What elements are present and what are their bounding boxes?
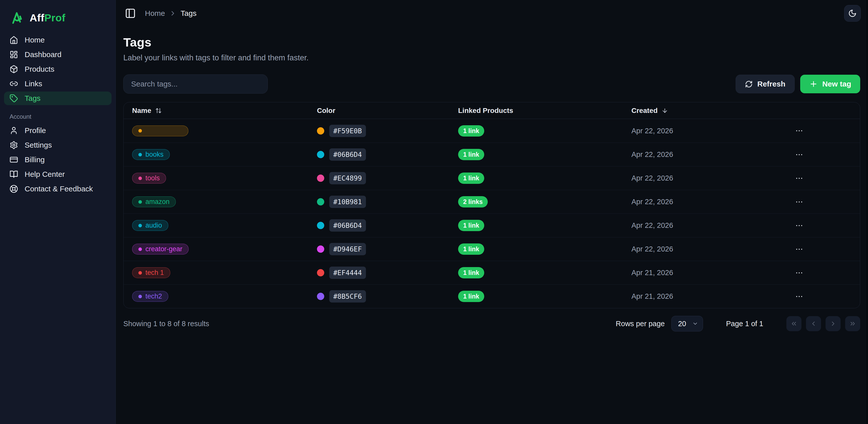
pagination-controls: Rows per page 20 Page 1 of 1: [616, 316, 860, 332]
tag-name: tech2: [146, 292, 162, 300]
search-input[interactable]: [123, 75, 268, 93]
chevron-left-icon: [810, 320, 817, 327]
arrow-up-down-icon: [155, 107, 162, 114]
linked-products-badge: 1 link: [458, 149, 484, 160]
row-menu-button[interactable]: [792, 171, 806, 185]
row-menu-button[interactable]: [792, 219, 806, 233]
column-header-created: Created: [631, 107, 792, 115]
row-actions-cell: [792, 171, 852, 185]
sidebar-item-label: Links: [25, 80, 42, 88]
tag-pill[interactable]: creator-gear: [132, 244, 189, 254]
tag-name-cell: tech 1: [132, 267, 317, 278]
sidebar-account-nav: ProfileSettingsBillingHelp CenterContact…: [0, 123, 116, 196]
life-buoy-icon: [9, 185, 18, 193]
linked-products-cell: 1 link: [458, 291, 631, 302]
color-swatch: [317, 198, 324, 205]
tag-color-cell: #D946EF: [317, 243, 458, 255]
color-swatch: [317, 246, 324, 253]
sidebar-item-settings[interactable]: Settings: [4, 138, 112, 152]
tag-color-cell: #F59E0B: [317, 125, 458, 137]
created-date: Apr 21, 2026: [631, 268, 792, 277]
row-actions-cell: [792, 266, 852, 280]
main-area: Home Tags Tags Label your links with tag…: [116, 0, 868, 424]
color-hex-code: #EC4899: [329, 172, 366, 184]
row-menu-button[interactable]: [792, 266, 806, 280]
sidebar-item-contact-feedback[interactable]: Contact & Feedback: [4, 182, 112, 196]
page-content: Tags Label your links with tags to filte…: [116, 35, 868, 332]
table-row: #F59E0B1 linkApr 22, 2026: [124, 119, 860, 143]
sidebar-item-products[interactable]: Products: [4, 62, 112, 76]
sidebar-item-billing[interactable]: Billing: [4, 153, 112, 167]
tag-color-dot: [138, 224, 142, 227]
tag-pill[interactable]: audio: [132, 220, 168, 231]
sidebar-toggle-button[interactable]: [125, 8, 136, 19]
page-subtitle: Label your links with tags to filter and…: [123, 53, 860, 62]
tag-pill[interactable]: [132, 125, 188, 136]
next-page-button[interactable]: [826, 316, 841, 331]
column-header-created-label: Created: [631, 107, 657, 115]
tag-name: amazon: [146, 198, 169, 206]
sidebar-item-tags[interactable]: Tags: [4, 91, 112, 105]
refresh-button[interactable]: Refresh: [736, 75, 795, 93]
brand-logo[interactable]: AffProf: [0, 8, 116, 33]
created-date: Apr 22, 2026: [631, 198, 792, 206]
row-menu-button[interactable]: [792, 195, 806, 209]
row-menu-button[interactable]: [792, 242, 806, 256]
chevrons-left-icon: [790, 320, 798, 327]
row-menu-button[interactable]: [792, 124, 806, 138]
tag-pill[interactable]: books: [132, 149, 170, 160]
tag-name-cell: tools: [132, 173, 317, 183]
user-icon: [9, 126, 18, 135]
sidebar-item-help-center[interactable]: Help Center: [4, 168, 112, 181]
tag-name-cell: creator-gear: [132, 244, 317, 254]
row-menu-button[interactable]: [792, 289, 806, 304]
row-actions-cell: [792, 289, 852, 304]
sidebar-item-label: Billing: [25, 156, 45, 164]
last-page-button[interactable]: [845, 316, 860, 331]
tag-pill[interactable]: tech 1: [132, 267, 170, 278]
new-tag-button[interactable]: New tag: [800, 75, 860, 93]
scrollbar[interactable]: [866, 0, 868, 424]
sidebar-item-links[interactable]: Links: [4, 77, 112, 90]
linked-products-badge: 1 link: [458, 172, 484, 184]
color-hex-code: #10B981: [329, 196, 366, 208]
tag-pill[interactable]: amazon: [132, 196, 176, 207]
tag-pill[interactable]: tech2: [132, 291, 168, 302]
sidebar-item-profile[interactable]: Profile: [4, 124, 112, 137]
sidebar-item-home[interactable]: Home: [4, 33, 112, 47]
page-indicator: Page 1 of 1: [726, 320, 763, 328]
tag-name-cell: tech2: [132, 291, 317, 302]
row-actions-cell: [792, 242, 852, 256]
table-row: tech2#8B5CF61 linkApr 21, 2026: [124, 284, 860, 308]
sort-by-name-button[interactable]: Name: [132, 107, 162, 115]
rows-per-page-select[interactable]: 20: [671, 316, 703, 332]
linked-products-cell: 1 link: [458, 172, 631, 184]
linked-products-cell: 1 link: [458, 244, 631, 255]
tag-pill[interactable]: tools: [132, 173, 166, 183]
ellipsis-icon: [795, 268, 803, 277]
tag-name: creator-gear: [146, 245, 182, 253]
package-icon: [9, 65, 18, 74]
linked-products-cell: 1 link: [458, 125, 631, 137]
table-row: creator-gear#D946EF1 linkApr 22, 2026: [124, 237, 860, 261]
tag-name: tech 1: [146, 269, 164, 277]
first-page-button[interactable]: [786, 316, 801, 331]
row-actions-cell: [792, 219, 852, 233]
linked-products-badge: 1 link: [458, 220, 484, 231]
brand-logo-icon: [10, 10, 25, 25]
refresh-icon: [745, 80, 753, 88]
theme-toggle-button[interactable]: [844, 5, 861, 22]
row-menu-button[interactable]: [792, 148, 806, 162]
created-date: Apr 22, 2026: [631, 150, 792, 159]
color-swatch: [317, 293, 324, 300]
refresh-button-label: Refresh: [757, 80, 785, 88]
sidebar-item-label: Contact & Feedback: [25, 185, 93, 193]
prev-page-button[interactable]: [806, 316, 821, 331]
linked-products-badge: 1 link: [458, 291, 484, 302]
sidebar-item-dashboard[interactable]: Dashboard: [4, 48, 112, 61]
ellipsis-icon: [795, 174, 803, 182]
arrow-down-icon: [661, 107, 668, 114]
sort-by-created-button[interactable]: Created: [631, 107, 668, 115]
breadcrumb-home[interactable]: Home: [145, 9, 165, 18]
rows-per-page-value: 20: [678, 320, 686, 328]
